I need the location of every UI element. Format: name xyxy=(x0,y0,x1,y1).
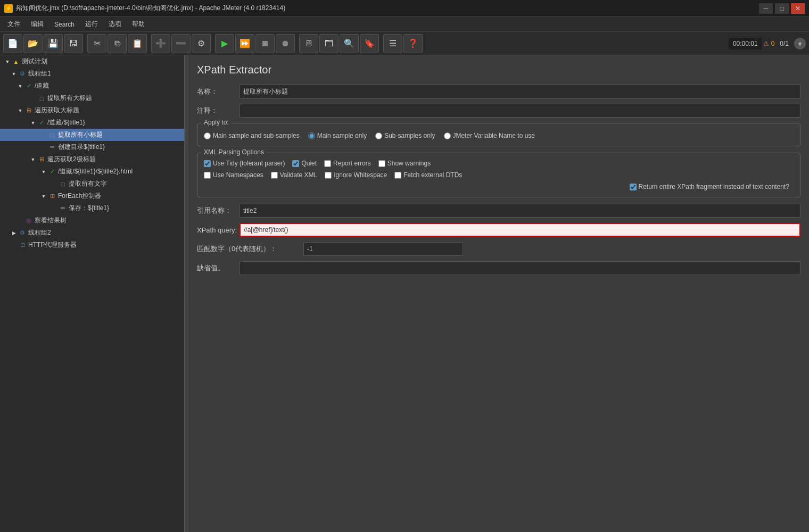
test-tree: ▼ ▲ 测试计划 ▼ ⚙ 线程组1 ▼ ✓ /道藏 □ 提取所有大标题 ▼ ⊞ … xyxy=(0,55,185,532)
expand-arrow-ib: ▼ xyxy=(17,107,23,114)
xml-parsing-section: XML Parsing Options Use Tidy (tolerant p… xyxy=(197,153,800,197)
menu-search[interactable]: Search xyxy=(49,19,80,30)
sidebar-item-foreach-ctrl[interactable]: ▼ ⊞ ForEach控制器 xyxy=(0,190,184,202)
menu-file[interactable]: 文件 xyxy=(2,18,26,31)
radio-main-sub[interactable]: Main sample and sub-samples xyxy=(204,132,300,139)
open-button[interactable]: 📂 xyxy=(23,34,43,53)
expand-arrow-fe: ▼ xyxy=(40,193,47,200)
cb-show-warnings[interactable]: Show warnings xyxy=(378,160,431,167)
iterate-level2-label: 遍历获取2级标题 xyxy=(47,155,96,164)
sidebar-item-iterate-big[interactable]: ▼ ⊞ 遍历获取大标题 xyxy=(0,104,184,117)
template-button[interactable]: 🔖 xyxy=(360,34,379,53)
settings-button[interactable]: ⚙ xyxy=(192,34,211,53)
default-label: 缺省值。 xyxy=(197,263,240,273)
sidebar-item-save-title[interactable]: ✏ 保存：${title1} xyxy=(0,202,184,214)
cut-button[interactable]: ✂ xyxy=(87,34,106,53)
iterate-big-icon: ⊞ xyxy=(24,106,33,115)
cb-validate-xml[interactable]: Validate XML xyxy=(271,171,317,179)
leaf-arrow-cd xyxy=(40,144,47,151)
extract-text-icon: □ xyxy=(59,180,67,188)
save-as-button[interactable]: 🖫 xyxy=(64,34,83,53)
leaf-arrow-vt xyxy=(17,218,23,224)
name-input[interactable] xyxy=(240,85,800,98)
sidebar-item-thread-group2[interactable]: ▶ ⚙ 线程组2 xyxy=(0,227,184,239)
sidebar-item-dao-cang[interactable]: ▼ ✓ /道藏 xyxy=(0,80,184,92)
return-fragment-label: Return entire XPath fragment instead of … xyxy=(639,183,790,190)
menu-edit[interactable]: 编辑 xyxy=(26,18,49,31)
xpath-label: XPath query: xyxy=(197,226,240,234)
sidebar-item-extract-text[interactable]: □ 提取所有文字 xyxy=(0,178,184,190)
sidebar-item-extract-title[interactable]: □ 提取所有大标题 xyxy=(0,92,184,104)
panel-title: XPath Extractor xyxy=(197,64,800,76)
list-button[interactable]: ☰ xyxy=(383,34,402,53)
iterate-big-label: 遍历获取大标题 xyxy=(35,106,79,115)
radio-sub-only[interactable]: Sub-samples only xyxy=(375,132,435,139)
thread-group2-label: 线程组2 xyxy=(28,228,51,237)
sidebar-item-iterate-level2[interactable]: ▼ ⊞ 遍历获取2级标题 xyxy=(0,153,184,165)
remote-button[interactable]: 🖥 xyxy=(299,34,318,53)
remove-button[interactable]: ➖ xyxy=(171,34,191,53)
cb-fetch-dtds[interactable]: Fetch external DTDs xyxy=(394,171,462,179)
sidebar-item-view-tree[interactable]: ◎ 察看结果树 xyxy=(0,214,184,227)
paste-button[interactable]: 📋 xyxy=(128,34,147,53)
expand-arrow: ▼ xyxy=(4,59,11,65)
new-button[interactable]: 📄 xyxy=(3,34,22,53)
close-button[interactable]: ✕ xyxy=(791,3,805,14)
stop-button[interactable]: ⏹ xyxy=(255,34,275,53)
radio-main-only[interactable]: Main sample only xyxy=(308,132,367,139)
expand-button[interactable]: + xyxy=(794,38,806,49)
thread-group2-icon: ⚙ xyxy=(18,229,27,237)
maximize-button[interactable]: □ xyxy=(775,3,789,14)
dao-cang2-icon: ✓ xyxy=(37,119,46,127)
cb-use-namespaces[interactable]: Use Namespaces xyxy=(204,171,263,179)
match-label: 匹配数字（0代表随机）： xyxy=(197,244,303,254)
remote-all-button[interactable]: 🗔 xyxy=(319,34,339,53)
title-bar: ⚡ 殆知阁优化.jmx (D:\soft\apache-jmeter-4.0\b… xyxy=(0,0,809,17)
expand-arrow-il2: ▼ xyxy=(30,156,36,163)
sidebar-item-test-plan[interactable]: ▼ ▲ 测试计划 xyxy=(0,55,184,68)
default-input[interactable] xyxy=(240,261,800,275)
comment-input[interactable] xyxy=(240,104,800,118)
toolbar: 📄 📂 💾 🖫 ✂ ⧉ 📋 ➕ ➖ ⚙ ▶ ⏩ ⏹ ⏺ 🖥 🗔 🔍 🔖 ☰ ❓ … xyxy=(0,32,809,55)
xml-checkboxes-row1: Use Tidy (tolerant parser) Quiet Report … xyxy=(204,160,794,167)
apply-to-legend: Apply to: xyxy=(202,119,231,126)
warning-icon: ⚠ xyxy=(763,40,769,47)
match-input[interactable] xyxy=(303,242,463,256)
xml-checkboxes-row2: Use Namespaces Validate XML Ignore White… xyxy=(204,171,794,179)
help-button[interactable]: ❓ xyxy=(403,34,423,53)
test-plan-icon: ▲ xyxy=(12,57,20,66)
sidebar-item-thread-group1[interactable]: ▼ ⚙ 线程组1 xyxy=(0,68,184,80)
run-button[interactable]: ▶ xyxy=(215,34,234,53)
thread-group1-label: 线程组1 xyxy=(28,69,51,78)
cb-ignore-ws[interactable]: Ignore Whitespace xyxy=(325,171,387,179)
save-title-icon: ✏ xyxy=(59,204,67,213)
menu-run[interactable]: 运行 xyxy=(80,18,103,31)
run-no-pause-button[interactable]: ⏩ xyxy=(235,34,254,53)
sidebar-item-extract-small[interactable]: □ 提取所有小标题 xyxy=(0,129,184,141)
save-button[interactable]: 💾 xyxy=(44,34,63,53)
menu-options[interactable]: 选项 xyxy=(103,18,127,31)
dao-cang3-label: /道藏/${title1}/${title2}.html xyxy=(58,167,133,176)
menu-help[interactable]: 帮助 xyxy=(127,18,150,31)
cb-report-errors[interactable]: Report errors xyxy=(324,160,371,167)
stop-now-button[interactable]: ⏺ xyxy=(276,34,295,53)
xpath-input[interactable] xyxy=(240,223,800,237)
sidebar-item-dao-cang3[interactable]: ▼ ✓ /道藏/${title1}/${title2}.html xyxy=(0,165,184,178)
leaf-arrow xyxy=(30,95,36,102)
radio-jmeter-var[interactable]: JMeter Variable Name to use xyxy=(444,132,535,139)
cb-use-tidy[interactable]: Use Tidy (tolerant parser) xyxy=(204,160,285,167)
leaf-arrow-et xyxy=(51,181,57,187)
xpath-row: XPath query: xyxy=(197,223,800,237)
clear-button[interactable]: 🔍 xyxy=(340,34,359,53)
sidebar-item-create-dir[interactable]: ✏ 创建目录${title1} xyxy=(0,141,184,153)
cb-return-fragment[interactable]: Return entire XPath fragment instead of … xyxy=(630,183,790,190)
ref-name-input[interactable] xyxy=(240,204,800,218)
create-dir-label: 创建目录${title1} xyxy=(58,143,105,152)
copy-button[interactable]: ⧉ xyxy=(108,34,127,53)
add-button[interactable]: ➕ xyxy=(151,34,170,53)
cb-quiet[interactable]: Quiet xyxy=(292,160,317,167)
minimize-button[interactable]: ─ xyxy=(759,3,773,14)
sidebar-item-http-proxy[interactable]: ⊡ HTTP代理服务器 xyxy=(0,239,184,251)
ref-name-label: 引用名称： xyxy=(197,206,240,215)
sidebar-item-dao-cang2[interactable]: ▼ ✓ /道藏/${title1} xyxy=(0,117,184,129)
